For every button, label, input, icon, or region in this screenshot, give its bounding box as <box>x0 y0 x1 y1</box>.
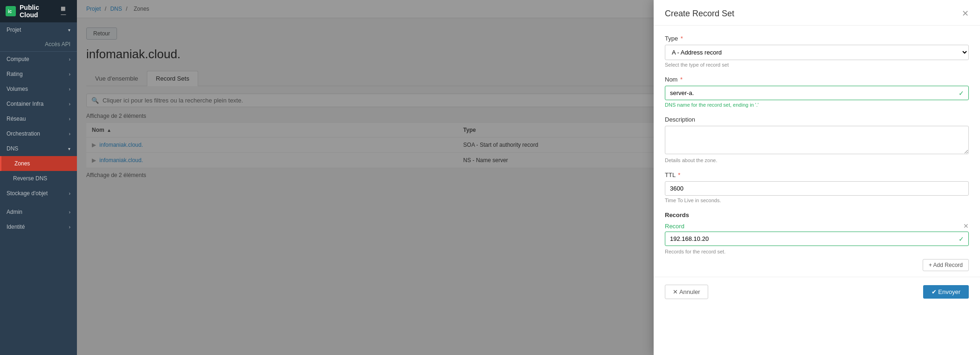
sidebar-item-reseau[interactable]: Réseau › <box>0 111 77 126</box>
chevron-down-icon: ▾ <box>68 27 70 33</box>
chevron-right-icon: › <box>69 225 70 230</box>
ttl-hint: Time To Live in seconds. <box>665 198 969 203</box>
description-field-group: Description Details about the zone. <box>665 116 969 163</box>
sidebar-item-identite[interactable]: Identité › <box>0 219 77 234</box>
chevron-right-icon: › <box>69 191 70 196</box>
sidebar-item-volumes[interactable]: Volumes › <box>0 82 77 96</box>
type-select[interactable]: A - Address record AAAA - IPv6 address r… <box>665 45 969 60</box>
modal-body: Type * A - Address record AAAA - IPv6 ad… <box>654 26 980 272</box>
toolbar-icons: ▦ — <box>61 6 71 17</box>
ttl-input[interactable] <box>665 181 969 196</box>
chevron-right-icon: › <box>69 131 70 137</box>
nom-label: Nom * <box>665 76 969 83</box>
nom-hint: DNS name for the record set, ending in '… <box>665 102 969 108</box>
sidebar-item-projet[interactable]: Projet ▾ <box>0 22 77 37</box>
records-section: Records Record ✕ ✓ Records for the recor… <box>665 212 969 254</box>
sidebar-item-rating[interactable]: Rating › <box>0 67 77 82</box>
nom-input[interactable] <box>665 86 969 100</box>
ttl-label: TTL * <box>665 171 969 178</box>
record-input-wrapper: ✓ <box>665 232 969 246</box>
sidebar: ic Public Cloud ▦ — Projet ▾ Accès API C… <box>0 0 77 355</box>
modal-header: Create Record Set ✕ <box>654 0 980 26</box>
records-label: Records <box>665 212 969 218</box>
sidebar-item-compute[interactable]: Compute › <box>0 52 77 67</box>
sidebar-project-section: Projet ▾ Accès API <box>0 22 77 52</box>
create-record-set-modal: Create Record Set ✕ Type * A - Address r… <box>654 0 980 355</box>
modal-close-button[interactable]: ✕ <box>962 8 969 19</box>
description-hint: Details about the zone. <box>665 157 969 163</box>
sidebar-item-container-infra[interactable]: Container Infra › <box>0 96 77 111</box>
app-title: Public Cloud <box>20 4 57 19</box>
modal-overlay: Create Record Set ✕ Type * A - Address r… <box>77 0 980 355</box>
chevron-right-icon: › <box>69 116 70 122</box>
check-icon: ✓ <box>959 235 964 243</box>
required-marker: * <box>680 76 683 83</box>
add-record-button[interactable]: + Add Record <box>923 259 969 271</box>
sidebar-header: ic Public Cloud ▦ — <box>0 0 77 22</box>
submit-button[interactable]: ✔ Envoyer <box>923 285 969 299</box>
record-hint: Records for the record set. <box>665 249 969 254</box>
required-marker: * <box>678 171 680 178</box>
chevron-right-icon: › <box>69 210 70 215</box>
svg-text:ic: ic <box>8 9 12 14</box>
sidebar-item-zones[interactable]: Zones <box>0 156 77 171</box>
modal-title: Create Record Set <box>665 9 734 19</box>
required-marker: * <box>681 35 683 42</box>
sidebar-item-reverse-dns[interactable]: Reverse DNS <box>0 171 77 186</box>
sidebar-item-stockage[interactable]: Stockage d'objet › <box>0 186 77 201</box>
type-label: Type * <box>665 35 969 42</box>
nom-input-wrapper: ✓ <box>665 86 969 100</box>
type-hint: Select the type of record set <box>665 62 969 68</box>
chevron-right-icon: › <box>69 72 70 77</box>
chevron-right-icon: › <box>69 102 70 107</box>
record-close-button[interactable]: ✕ <box>963 222 969 230</box>
record-input[interactable] <box>665 232 969 246</box>
sidebar-item-orchestration[interactable]: Orchestration › <box>0 126 77 141</box>
type-field-group: Type * A - Address record AAAA - IPv6 ad… <box>665 35 969 68</box>
chevron-right-icon: › <box>69 57 70 62</box>
modal-footer: ✕ Annuler ✔ Envoyer <box>654 277 980 307</box>
chevron-down-icon: ▾ <box>68 146 70 151</box>
main-content: Projet / DNS / Zones Retour infomaniak.c… <box>77 0 980 355</box>
sidebar-item-admin[interactable]: Admin › <box>0 205 77 219</box>
ttl-field-group: TTL * Time To Live in seconds. <box>665 171 969 203</box>
record-row-label: Record ✕ <box>665 222 969 230</box>
description-textarea[interactable] <box>665 126 969 154</box>
sidebar-api-label[interactable]: Accès API <box>0 37 77 51</box>
app-logo: ic <box>6 6 16 16</box>
check-icon: ✓ <box>959 89 964 97</box>
description-label: Description <box>665 116 969 123</box>
sidebar-item-dns[interactable]: DNS ▾ <box>0 141 77 156</box>
nom-field-group: Nom * ✓ DNS name for the record set, end… <box>665 76 969 108</box>
cancel-button[interactable]: ✕ Annuler <box>665 285 708 299</box>
chevron-right-icon: › <box>69 87 70 92</box>
